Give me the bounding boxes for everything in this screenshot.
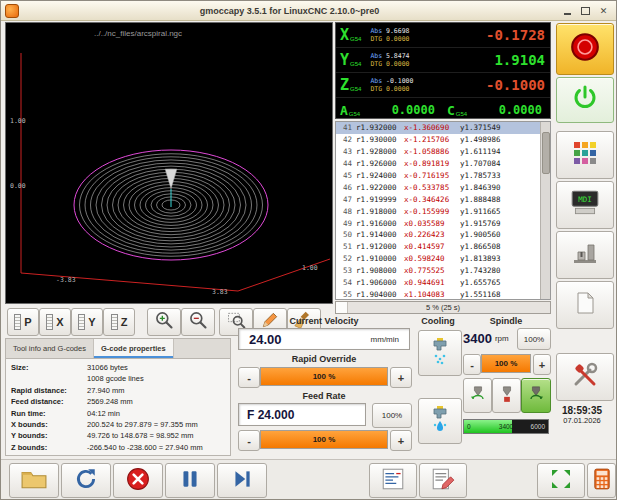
spindle-rpm-value: 3400 xyxy=(463,331,492,346)
flood-icon xyxy=(427,404,453,438)
view-x-button[interactable]: X xyxy=(39,308,71,336)
gcode-line[interactable]: 55r1.904000x1.104083y1.551168 xyxy=(336,288,541,300)
dro-row-ac[interactable]: A G54 0.0000 C G54 0.0000 xyxy=(336,98,550,123)
zoom-in-button[interactable] xyxy=(147,308,181,336)
feed-override-value: 100 % xyxy=(313,435,336,444)
dtg-label: DTG xyxy=(370,85,382,93)
mist-button[interactable] xyxy=(418,330,462,376)
gcode-line[interactable]: 48r1.918000x-0.155999y1.911665 xyxy=(336,205,541,217)
gcode-properties-list: Size:31066 bytes 1008 gcode lines Rapid … xyxy=(6,359,230,456)
feed-reset-button[interactable]: 100% xyxy=(372,403,412,428)
abs-value: 5.8474 xyxy=(386,52,409,60)
dtg-label: DTG xyxy=(370,35,382,43)
gcode-line[interactable]: 41r1.932000x-1.360690y1.371549 xyxy=(336,122,541,134)
info-tabbar: Tool info and G-codes G-code properties xyxy=(6,339,230,359)
rapid-minus-button[interactable]: - xyxy=(238,367,260,388)
blank-page-icon xyxy=(572,290,598,320)
feed-readout: F 24.000 xyxy=(238,403,366,426)
optional-blocks-button[interactable] xyxy=(369,463,417,498)
velocity-value: 24.00 xyxy=(249,332,282,347)
spindle-plus-button[interactable]: + xyxy=(533,354,551,375)
dro-row-y[interactable]: Y G54 Abs 5.8474 DTG 0.0000 1.9104 xyxy=(336,48,550,73)
dtg-value: 0.0000 xyxy=(386,35,409,43)
mist-icon xyxy=(427,336,453,370)
ruler-icon xyxy=(111,314,118,330)
axis-tick: 3.83 xyxy=(212,288,228,296)
bottom-toolbar xyxy=(1,459,616,500)
scrollbar-thumb[interactable] xyxy=(542,132,550,174)
property-row: X bounds:200.524 to 297.879 = 97.355 mm xyxy=(11,419,225,430)
feed-plus-button[interactable]: + xyxy=(390,430,412,451)
gcode-scrollbar[interactable] xyxy=(540,122,550,299)
rapid-plus-button[interactable]: + xyxy=(390,367,412,388)
stop-button[interactable] xyxy=(113,463,163,498)
gcode-line[interactable]: 44r1.926000x-0.891819y1.707084 xyxy=(336,158,541,170)
gcode-line[interactable]: 52r1.910000x0.598240y1.813893 xyxy=(336,253,541,265)
gcode-line[interactable]: 49r1.916000x0.035589y1.915769 xyxy=(336,217,541,229)
settings-tools-button[interactable] xyxy=(556,353,614,401)
dro-row-x[interactable]: X G54 Abs 9.6698 DTG 0.0000 -0.1728 xyxy=(336,23,550,48)
zoom-out-button[interactable] xyxy=(181,308,215,336)
fullscreen-button[interactable] xyxy=(537,463,585,498)
tab-gcode-properties[interactable]: G-code properties xyxy=(94,339,174,358)
property-row: Run time:04:12 min xyxy=(11,408,225,419)
close-button[interactable]: ✕ xyxy=(596,4,611,17)
spindle-override-bar[interactable]: 100 % xyxy=(481,354,531,373)
keypad-button[interactable] xyxy=(587,463,616,498)
spindle-ccw-button[interactable] xyxy=(463,378,492,413)
spindle-speed-slider[interactable]: 0 3400 6000 xyxy=(463,419,549,434)
gcode-line[interactable]: 43r1.928000x-1.058886y1.611194 xyxy=(336,146,541,158)
view-y-button[interactable]: Y xyxy=(71,308,103,336)
step-button[interactable] xyxy=(217,463,267,498)
gmoccapy-window: gmoccapy 3.5.1 for LinuxCNC 2.10.0~pre0 … xyxy=(0,0,617,500)
mdi-button[interactable]: MDI xyxy=(556,181,614,229)
flood-button[interactable] xyxy=(418,398,462,444)
feed-override-bar[interactable]: 100 % xyxy=(260,430,388,449)
maximize-icon xyxy=(581,7,590,15)
file-page-button[interactable] xyxy=(556,281,614,329)
preview-panel[interactable]: ../../nc_files/arcspiral.ngc 1.00 0.00 -… xyxy=(5,22,333,304)
spindle-minus-button[interactable]: - xyxy=(463,354,481,375)
view-p-button[interactable]: P xyxy=(7,308,39,336)
fullscreen-icon xyxy=(549,467,573,495)
gcode-line[interactable]: 50r1.914000x0.226423y1.900560 xyxy=(336,229,541,241)
reload-icon xyxy=(74,467,98,495)
machine-button[interactable] xyxy=(556,231,614,279)
minimize-button[interactable] xyxy=(560,4,575,17)
gcode-line[interactable]: 51r1.912000x0.414597y1.866508 xyxy=(336,241,541,253)
gcode-line[interactable]: 47r1.919999x-0.346426y1.888488 xyxy=(336,193,541,205)
reload-file-button[interactable] xyxy=(61,463,111,498)
velocity-unit: mm/min xyxy=(371,335,399,344)
gcode-panel: 41r1.932000x-1.360690y1.37154942r1.93000… xyxy=(335,121,551,300)
pause-button[interactable] xyxy=(165,463,215,498)
maximize-button[interactable] xyxy=(578,4,593,17)
run-from-line-button[interactable] xyxy=(419,463,467,498)
zoom-out-icon xyxy=(188,310,208,334)
view-z-button[interactable]: Z xyxy=(103,308,135,336)
rapid-override-bar[interactable]: 100 % xyxy=(260,367,388,386)
gcode-line[interactable]: 42r1.930000x-1.215706y1.498986 xyxy=(336,134,541,146)
open-file-button[interactable] xyxy=(9,463,59,498)
dro-row-z[interactable]: Z G54 Abs -0.1000 DTG 0.0000 -0.1000 xyxy=(336,73,550,98)
power-button[interactable] xyxy=(556,77,614,123)
stop-icon xyxy=(126,467,150,495)
dtg-value: 0.0000 xyxy=(386,85,409,93)
dro-coord-system: G54 xyxy=(349,111,360,117)
gcode-list[interactable]: 41r1.932000x-1.360690y1.37154942r1.93000… xyxy=(336,122,541,299)
feed-minus-button[interactable]: - xyxy=(238,430,260,451)
gcode-line[interactable]: 46r1.922000x-0.533785y1.846390 xyxy=(336,181,541,193)
gcode-line[interactable]: 54r1.906000x0.944691y1.655765 xyxy=(336,277,541,289)
macro-apps-button[interactable] xyxy=(556,131,614,179)
dro-axis-letter: C xyxy=(447,103,455,118)
gcode-line[interactable]: 45r1.924000x-0.716195y1.785733 xyxy=(336,170,541,182)
tab-tool-info[interactable]: Tool info and G-codes xyxy=(6,339,94,358)
spindle-reset-button[interactable]: 100% xyxy=(517,328,551,350)
spindle-stop-button[interactable] xyxy=(492,378,521,413)
preview-canvas[interactable]: ../../nc_files/arcspiral.ngc 1.00 0.00 -… xyxy=(6,23,332,303)
view-z-label: Z xyxy=(121,316,128,328)
spindle-cw-button[interactable] xyxy=(521,378,551,413)
spindle-rpm-unit: rpm xyxy=(495,334,509,343)
gcode-line[interactable]: 53r1.908000x0.775525y1.743280 xyxy=(336,265,541,277)
estop-button[interactable] xyxy=(556,23,614,75)
ruler-icon xyxy=(46,314,53,330)
